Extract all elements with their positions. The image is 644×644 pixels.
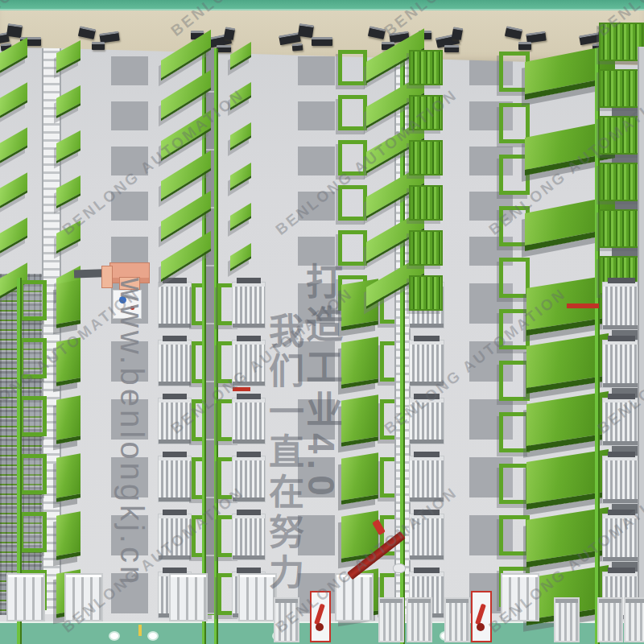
brand-watermark: BENLONG AUTOMATION (167, 0, 357, 40)
brand-watermark: BENLONG AUTOMATION (485, 86, 644, 239)
brand-watermark: BENLONG AUTOMATION (594, 285, 644, 438)
brand-watermark: BENLONG AUTOMATION (272, 86, 461, 239)
brand-watermark: BENLONG AUTOMATION (381, 285, 570, 438)
brand-watermark: BENLONG AUTOMATION (59, 484, 248, 637)
brand-watermark: BENLONG AUTOMATION (272, 484, 461, 637)
factory-3d-render: BENLONG AUTOMATIONBENLONG AUTOMATIONBENL… (0, 0, 644, 644)
brand-watermark: BENLONG AUTOMATION (381, 0, 570, 40)
brand-watermark: BENLONG AUTOMATION (485, 484, 644, 637)
brand-watermark: BENLONG AUTOMATION (167, 285, 357, 438)
brand-watermark: BENLONG AUTOMATION (594, 0, 644, 40)
brand-watermark: BENLONG AUTOMATION (59, 86, 248, 239)
brand-watermark: BENLONG AUTOMATION (0, 285, 143, 438)
brand-watermark-layer: BENLONG AUTOMATIONBENLONG AUTOMATIONBENL… (0, 0, 644, 644)
brand-watermark: BENLONG AUTOMATION (0, 0, 143, 40)
